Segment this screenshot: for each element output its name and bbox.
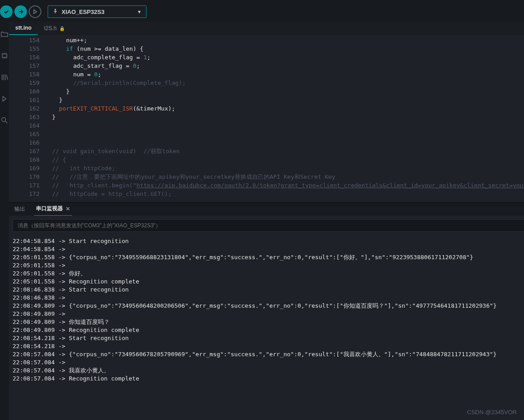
library-icon[interactable]: [0, 73, 9, 82]
sidebar: [0, 22, 9, 420]
watermark: CSDN @2345VOR: [467, 409, 517, 416]
svg-point-2: [2, 118, 6, 122]
folder-icon[interactable]: [0, 30, 9, 39]
serial-monitor-panel: 22:04:58.854 -> Start recognition22:04:5…: [9, 216, 524, 420]
tab-output[interactable]: 输出: [13, 203, 27, 216]
tab-serial-monitor[interactable]: 串口监视器 ✕: [34, 202, 72, 216]
bottom-panel-tabs: 输出 串口监视器 ✕: [9, 202, 524, 216]
upload-button[interactable]: [14, 5, 27, 18]
board-icon[interactable]: [0, 51, 9, 60]
search-icon[interactable]: [0, 116, 9, 125]
tab-stt-ino[interactable]: stt.ino: [9, 22, 38, 35]
code-area[interactable]: num++; if (num >= data_len) { adc_comple…: [45, 35, 524, 202]
board-label: XIAO_ESP32S3: [62, 9, 104, 15]
tab-i2s-h[interactable]: I2S.h 🔒: [38, 22, 71, 35]
svg-rect-1: [2, 54, 7, 57]
close-icon[interactable]: ✕: [66, 206, 70, 212]
debug-icon[interactable]: [0, 94, 9, 103]
serial-input[interactable]: [13, 219, 524, 232]
debug-button[interactable]: [29, 5, 41, 18]
usb-icon: [53, 9, 58, 15]
board-selector[interactable]: XIAO_ESP32S3 ▼: [48, 5, 147, 18]
chevron-down-icon: ▼: [137, 9, 142, 14]
line-numbers: 1541551561571581591601611621631641651661…: [9, 35, 45, 202]
lock-icon: 🔒: [59, 26, 65, 31]
serial-output[interactable]: 22:04:58.854 -> Start recognition22:04:5…: [9, 235, 524, 420]
editor-tabs: stt.ino I2S.h 🔒: [9, 22, 524, 35]
verify-button[interactable]: [0, 5, 13, 18]
svg-point-0: [55, 9, 56, 10]
code-editor[interactable]: 1541551561571581591601611621631641651661…: [9, 35, 524, 202]
toolbar: XIAO_ESP32S3 ▼: [0, 2, 524, 22]
